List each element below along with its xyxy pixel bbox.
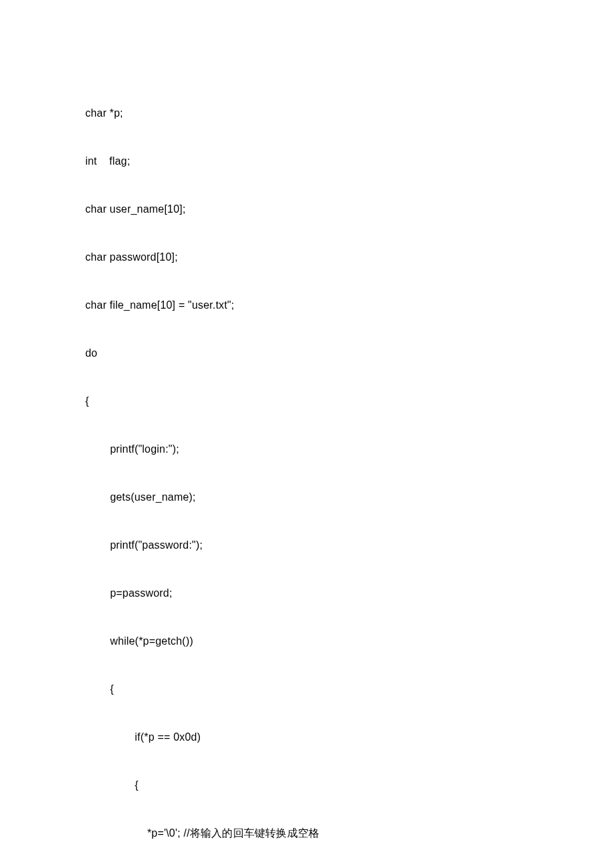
code-line: gets(user_name);: [85, 489, 528, 505]
code-line: {: [85, 777, 528, 793]
code-line: printf("password:");: [85, 537, 528, 553]
code-line: if(*p == 0x0d): [85, 729, 528, 745]
code-line: char password[10];: [85, 249, 528, 265]
code-line: *p='\0'; //将输入的回车键转换成空格: [85, 825, 528, 841]
code-block: char *p; int flag; char user_name[10]; c…: [85, 73, 528, 868]
code-line: char user_name[10];: [85, 201, 528, 217]
code-line: char *p;: [85, 105, 528, 121]
document-page: char *p; int flag; char user_name[10]; c…: [0, 0, 613, 868]
code-line: p=password;: [85, 585, 528, 601]
code-line: printf("login:");: [85, 441, 528, 457]
code-line: int flag;: [85, 153, 528, 169]
code-line: {: [85, 681, 528, 697]
code-line: {: [85, 393, 528, 409]
code-line: do: [85, 345, 528, 361]
code-line: while(*p=getch()): [85, 633, 528, 649]
code-line: char file_name[10] = "user.txt";: [85, 297, 528, 313]
